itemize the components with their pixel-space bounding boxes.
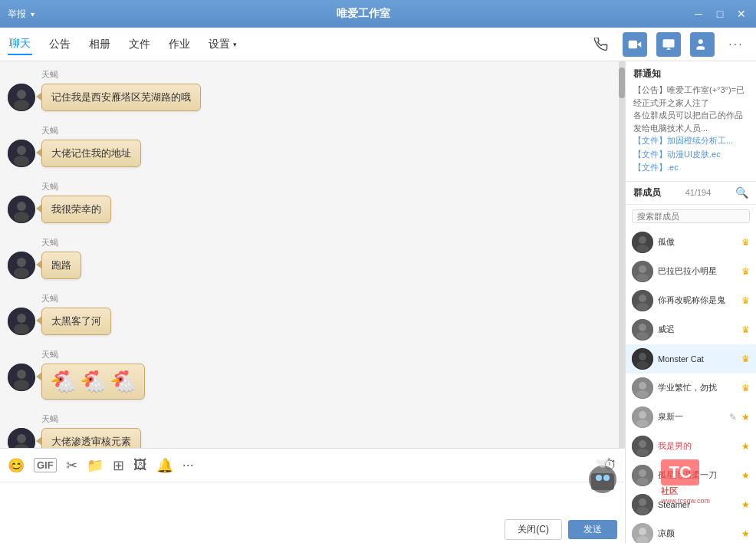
member-item-0[interactable]: 孤傲 ♛ [626, 228, 756, 257]
message-group: 天蝎 大佬记住我的地址 [8, 125, 617, 167]
svg-point-18 [14, 268, 29, 278]
avatar [8, 140, 35, 167]
file-link-3[interactable]: 【文件】.ec [633, 161, 748, 175]
bubble-wrap: 跑路 [41, 252, 81, 279]
tab-album[interactable]: 相册 [87, 35, 112, 54]
tab-homework[interactable]: 作业 [167, 35, 192, 54]
message-row: 记住我是西安雁塔区芜湖路的哦 [8, 84, 617, 111]
tab-chat[interactable]: 聊天 [8, 34, 32, 55]
member-search-input[interactable] [637, 212, 744, 221]
star-icon-9: ★ [741, 499, 750, 510]
member-item-5[interactable]: 学业繁忙，勿扰 ♛ [626, 374, 756, 403]
svg-point-26 [17, 434, 26, 443]
more-options-icon-button[interactable]: ··· [724, 32, 748, 57]
members-header: 群成员 41/194 🔍 [626, 182, 756, 205]
main-content: 天蝎 记住我是西安雁塔区芜湖路的哦 天蝎 [0, 61, 756, 543]
file-link-1[interactable]: 【文件】加固橙续分析工... [633, 134, 748, 148]
member-item-2[interactable]: 你再改昵称你是鬼 ♛ [626, 286, 756, 315]
group-notice: 群通知 【公告】唯爱工作室(+°3°)=已经正式开之家人注了 各位群成员可以把自… [626, 61, 756, 182]
bubble-wrap: 记住我是西安雁塔区芜湖路的哦 [41, 84, 201, 111]
svg-point-21 [14, 324, 29, 334]
message-row: 大佬渗透审核元素 [8, 428, 617, 448]
member-item-7[interactable]: 我是男的 ★ [626, 432, 756, 461]
add-member-icon-button[interactable] [690, 32, 715, 57]
member-item-1[interactable]: 巴拉巴拉小明星 ♛ [626, 257, 756, 286]
edit-icon-6: ✎ [729, 412, 737, 423]
gif-button[interactable]: GIF [34, 458, 57, 472]
crown-icon-4: ♛ [741, 354, 750, 364]
bell-button[interactable]: 🔔 [156, 457, 173, 474]
file-link-2[interactable]: 【文件】动漫UI皮肤.ec [633, 148, 748, 162]
emoji-row: 🐔 🐔 🐔 [50, 369, 136, 394]
emoji-button[interactable]: 😊 [8, 457, 25, 474]
svg-point-29 [639, 236, 646, 244]
svg-point-53 [639, 469, 646, 477]
svg-point-20 [17, 314, 26, 323]
tab-file[interactable]: 文件 [127, 35, 152, 54]
member-name-2: 你再改昵称你是鬼 [658, 295, 737, 306]
member-avatar-1 [632, 261, 653, 282]
nav-tabs: 聊天 公告 相册 文件 作业 设置 ▾ [8, 34, 238, 55]
star-icon-6: ★ [741, 412, 750, 423]
video-call-icon-button[interactable] [623, 32, 647, 57]
folder-button[interactable]: 📁 [87, 457, 104, 474]
svg-point-12 [14, 156, 29, 166]
members-count: 41/194 [685, 188, 712, 197]
crown-icon-2: ♛ [741, 295, 750, 306]
message-row: 我很荣幸的 [8, 196, 617, 223]
toolbar-left: 😊 GIF ✂ 📁 ⊞ 🖼 🔔 ··· [8, 457, 194, 474]
member-item-4[interactable]: Monster Cat ♛ [626, 344, 756, 374]
member-item-9[interactable]: Steamer ★ [626, 490, 756, 519]
screen-button[interactable]: ⊞ [113, 457, 124, 474]
member-avatar-5 [632, 377, 653, 399]
message-sender: 天蝎 [41, 413, 617, 425]
chat-input-field[interactable] [0, 482, 625, 515]
member-item-3[interactable]: 威迟 ♛ [626, 315, 756, 344]
svg-rect-2 [663, 39, 675, 48]
message-bubble: 我很荣幸的 [41, 196, 111, 223]
svg-point-4 [698, 39, 703, 44]
svg-point-59 [639, 528, 646, 535]
member-avatar-7 [632, 436, 653, 457]
title-bar-controls: ─ □ ✕ [692, 7, 748, 21]
share-screen-icon-button[interactable] [656, 32, 681, 57]
minimize-button[interactable]: ─ [692, 7, 705, 21]
svg-point-44 [639, 382, 646, 390]
member-item-10[interactable]: 凉颜 ★ [626, 519, 756, 543]
scissors-button[interactable]: ✂ [66, 457, 77, 474]
crown-icon-5: ♛ [741, 383, 750, 393]
title-bar: 举报 ▾ 唯爱工作室 ─ □ ✕ [0, 0, 756, 28]
message-sender: 天蝎 [41, 125, 617, 137]
member-item-6[interactable]: 泉新一 ✎ ★ [626, 403, 756, 432]
report-label[interactable]: 举报 [8, 8, 26, 21]
message-row: 太黑客了河 [8, 308, 617, 335]
message-text: 太黑客了河 [51, 315, 101, 327]
settings-dropdown-icon: ▾ [233, 41, 237, 48]
svg-point-50 [639, 440, 646, 448]
close-button[interactable]: 关闭(C) [505, 519, 562, 540]
bubble-wrap: 大佬渗透审核元素 [41, 428, 141, 448]
avatar [8, 252, 35, 279]
group-notice-title: 群通知 [633, 67, 748, 81]
tab-settings[interactable]: 设置 ▾ [207, 35, 238, 54]
member-item-8[interactable]: 孤星泪温柔一刀 ★ [626, 461, 756, 490]
avatar [8, 364, 35, 391]
phone-icon-button[interactable] [589, 32, 613, 57]
close-button[interactable]: ✕ [735, 7, 748, 21]
svg-point-33 [636, 274, 649, 281]
chat-messages[interactable]: 天蝎 记住我是西安雁塔区芜湖路的哦 天蝎 [0, 61, 625, 448]
message-bubble: 太黑客了河 [41, 308, 111, 335]
bubble-wrap: 大佬记住我的地址 [41, 140, 141, 167]
tab-notice[interactable]: 公告 [48, 35, 72, 54]
member-name-10: 凉颜 [658, 528, 737, 539]
member-name-3: 威迟 [658, 324, 737, 335]
more-toolbar-button[interactable]: ··· [182, 457, 194, 473]
svg-point-51 [636, 449, 649, 456]
time-button[interactable]: ⏱ [603, 457, 617, 472]
image-button[interactable]: 🖼 [133, 457, 147, 473]
maximize-button[interactable]: □ [713, 7, 727, 21]
search-members-icon[interactable]: 🔍 [735, 186, 748, 199]
member-list: 孤傲 ♛ 巴拉巴拉小明星 ♛ 你再改昵称你是鬼 ♛ [626, 228, 756, 543]
svg-point-36 [636, 303, 649, 311]
send-button[interactable]: 发送 [568, 520, 617, 539]
